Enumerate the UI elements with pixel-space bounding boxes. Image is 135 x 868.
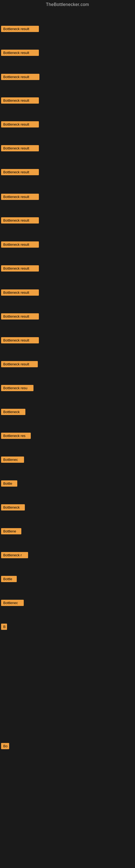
bottleneck-badge[interactable]: Bottleneck result — [1, 74, 39, 80]
bottleneck-item[interactable]: Bottle — [1, 576, 17, 583]
bottleneck-item[interactable]: Bottleneck result — [1, 121, 39, 129]
bottleneck-item[interactable]: Bottlene — [1, 528, 21, 535]
bottleneck-item[interactable]: Bottleneck resu — [1, 385, 34, 392]
bottleneck-item[interactable]: Bottleneck result — [1, 169, 39, 176]
bottleneck-item[interactable]: Bottleneck result — [1, 74, 39, 81]
bottleneck-badge[interactable]: Bottleneck result — [1, 241, 39, 248]
bottleneck-badge[interactable]: Bottleneck result — [1, 313, 39, 319]
bottleneck-item[interactable]: Bottleneck result — [1, 265, 39, 273]
bottleneck-badge[interactable]: B — [1, 624, 7, 630]
bottleneck-item[interactable]: Bo — [1, 743, 9, 750]
bottleneck-item[interactable]: Bottleneck result — [1, 97, 39, 105]
bottleneck-badge[interactable]: Bottleneck result — [1, 361, 38, 367]
bottleneck-item[interactable]: Bottleneck result — [1, 337, 39, 344]
bottleneck-badge[interactable]: Bottle — [1, 480, 17, 487]
bottleneck-badge[interactable]: Bottleneck r — [1, 552, 28, 558]
bottleneck-item[interactable]: Bottle — [1, 480, 17, 488]
bottleneck-badge[interactable]: Bottleneck result — [1, 50, 39, 56]
bottleneck-item[interactable]: Bottleneck result — [1, 241, 39, 249]
bottleneck-item[interactable]: Bottleneck result — [1, 145, 39, 152]
bottleneck-badge[interactable]: Bottlenec — [1, 600, 24, 606]
bottleneck-item[interactable]: Bottleneck result — [1, 289, 39, 297]
bottleneck-badge[interactable]: Bottleneck resu — [1, 385, 34, 391]
bottleneck-badge[interactable]: Bottleneck result — [1, 337, 39, 343]
bottleneck-badge[interactable]: Bottleneck res — [1, 433, 31, 439]
bottleneck-item[interactable]: Bottleneck result — [1, 361, 38, 368]
bottleneck-badge[interactable]: Bottle — [1, 576, 17, 582]
bottleneck-badge[interactable]: Bottleneck result — [1, 289, 39, 296]
bottleneck-badge[interactable]: Bottleneck result — [1, 265, 39, 272]
site-title: TheBottlenecker.com — [0, 0, 135, 9]
bottleneck-badge[interactable]: Bottleneck result — [1, 145, 39, 151]
bottleneck-item[interactable]: Bottleneck result — [1, 50, 39, 57]
bottleneck-badge[interactable]: Bottleneck — [1, 504, 25, 510]
bottleneck-item[interactable]: Bottleneck result — [1, 194, 39, 201]
bottleneck-item[interactable]: Bottleneck result — [1, 217, 39, 225]
bottleneck-badge[interactable]: Bottleneck result — [1, 121, 39, 127]
bottleneck-badge[interactable]: Bottleneck result — [1, 169, 39, 175]
bottleneck-badge[interactable]: Bottleneck result — [1, 97, 39, 104]
bottleneck-badge[interactable]: Bottleneck result — [1, 194, 39, 200]
bottleneck-badge[interactable]: Bo — [1, 743, 9, 749]
bottleneck-item[interactable]: Bottlenec — [1, 600, 24, 607]
items-container: Bottleneck resultBottleneck resultBottle… — [0, 9, 135, 868]
bottleneck-badge[interactable]: Bottleneck — [1, 409, 26, 415]
bottleneck-badge[interactable]: Bottleneck result — [1, 217, 39, 223]
bottleneck-item[interactable]: Bottleneck result — [1, 26, 39, 33]
bottleneck-item[interactable]: Bottleneck — [1, 504, 25, 512]
bottleneck-item[interactable]: Bottleneck — [1, 409, 26, 416]
bottleneck-item[interactable]: B — [1, 624, 7, 631]
bottleneck-badge[interactable]: Bottleneck result — [1, 26, 39, 32]
bottleneck-badge[interactable]: Bottlene — [1, 528, 21, 534]
bottleneck-item[interactable]: Bottleneck result — [1, 313, 39, 321]
bottleneck-item[interactable]: Bottleneck res — [1, 433, 31, 440]
bottleneck-item[interactable]: Bottleneck r — [1, 552, 28, 559]
bottleneck-item[interactable]: Bottlenec — [1, 457, 24, 464]
bottleneck-badge[interactable]: Bottlenec — [1, 457, 24, 463]
